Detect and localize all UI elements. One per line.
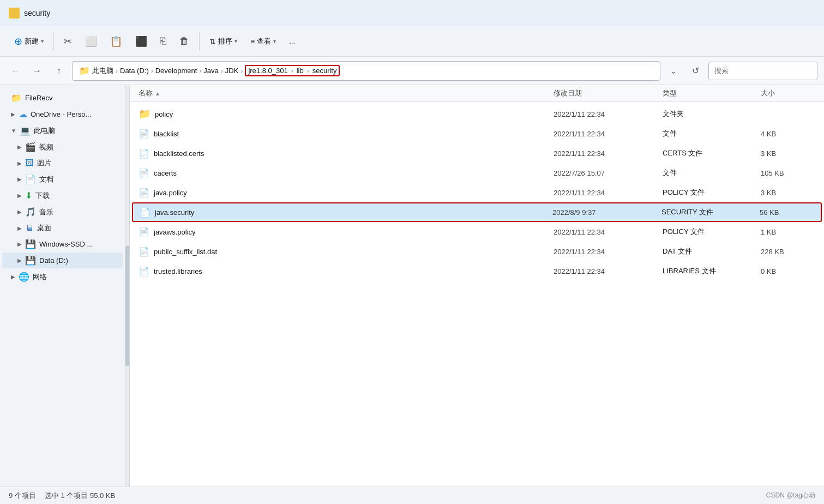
sidebar-item-thispc[interactable]: ▼ 💻 此电脑	[2, 123, 123, 139]
file-row-javaws-policy[interactable]: 📄 javaws.policy 2022/1/11 22:34 POLICY 文…	[130, 222, 824, 242]
more-button[interactable]: ...	[284, 34, 300, 49]
sidebar-item-network[interactable]: ▶ 🌐 网络	[2, 269, 123, 285]
file-row-blacklist[interactable]: 📄 blacklist 2022/1/11 22:34 文件 4 KB	[130, 124, 824, 143]
sidebar-item-data-d[interactable]: ▶ 💾 Data (D:)	[2, 253, 123, 268]
refresh-button[interactable]: ↺	[687, 62, 704, 80]
paste-icon: 📋	[110, 35, 122, 47]
col-type-header[interactable]: 类型	[663, 88, 761, 98]
sidebar-item-desktop[interactable]: ▶ 🖥 桌面	[2, 220, 123, 236]
sidebar-label-thispc: 此电脑	[34, 126, 55, 136]
search-input[interactable]	[708, 62, 817, 80]
col-name-header[interactable]: 名称 ▲	[139, 88, 554, 98]
sidebar-label-downloads: 下载	[35, 191, 50, 201]
status-selected: 选中 1 个项目 55.0 KB	[45, 491, 115, 501]
sidebar-item-videos[interactable]: ▶ 🎬 视频	[2, 139, 123, 155]
address-folder-icon: 📁	[79, 65, 90, 76]
pictures-icon: 🖼	[25, 158, 34, 168]
col-date-header[interactable]: 修改日期	[554, 88, 663, 98]
file-row-public-suffix-list[interactable]: 📄 public_suffix_list.dat 2022/1/11 22:34…	[130, 242, 824, 261]
sort-up-icon: ▲	[155, 91, 160, 97]
file-row-policy[interactable]: 📁 policy 2022/1/11 22:34 文件夹	[130, 104, 824, 124]
col-date-label: 修改日期	[554, 88, 582, 98]
file-row-trusted-libraries[interactable]: 📄 trusted.libraries 2022/1/11 22:34 LIBR…	[130, 261, 824, 281]
back-button[interactable]: ←	[7, 62, 24, 80]
share-button[interactable]: ⎗	[155, 32, 172, 50]
toolbar-separator-2	[199, 33, 200, 50]
address-bar[interactable]: 📁 此电脑 › Data (D:) › Development › Java ›…	[72, 61, 660, 81]
sidebar-scrollbar[interactable]	[125, 85, 130, 487]
copy-icon: ⬜	[85, 35, 97, 47]
sort-chevron-icon: ▾	[234, 38, 237, 44]
view-icon: ≡	[250, 37, 255, 46]
file-row-blacklisted-certs[interactable]: 📄 blacklisted.certs 2022/1/11 22:34 CERT…	[130, 143, 824, 163]
copy-button[interactable]: ⬜	[80, 32, 103, 51]
desktop-icon: 🖥	[25, 223, 34, 233]
cut-icon: ✂	[64, 35, 72, 47]
onedrive-chevron-icon: ▶	[11, 111, 15, 117]
file-list: 📁 policy 2022/1/11 22:34 文件夹 📄 blacklist…	[130, 102, 824, 487]
move-icon: ⬛	[135, 35, 147, 47]
sidebar-item-documents[interactable]: ▶ 📄 文档	[2, 171, 123, 187]
thispc-chevron-icon: ▼	[11, 128, 16, 134]
new-icon: ⊕	[14, 35, 22, 47]
data-d-chevron-icon: ▶	[17, 257, 22, 263]
file-name-javaws-policy: 📄 javaws.policy	[139, 227, 554, 237]
toolbar: ⊕ 新建 ▾ ✂ ⬜ 📋 ⬛ ⎗ 🗑 ⇅ 排序 ▾ ≡ 查看 ▾ ...	[0, 26, 824, 57]
view-chevron-icon: ▾	[273, 38, 276, 44]
sort-button[interactable]: ⇅ 排序 ▾	[204, 33, 243, 50]
sort-icon: ⇅	[209, 37, 216, 46]
path-sep-4: ›	[221, 67, 223, 75]
col-size-header[interactable]: 大小	[761, 88, 815, 98]
path-highlighted-section: jre1.8.0_301 › lib › security	[245, 65, 340, 76]
view-button[interactable]: ≡ 查看 ▾	[245, 33, 281, 50]
cut-button[interactable]: ✂	[58, 32, 77, 51]
sidebar-item-onedrive[interactable]: ▶ ☁ OneDrive - Perso...	[2, 106, 123, 122]
share-icon: ⎗	[160, 35, 166, 47]
path-java: Java	[203, 67, 218, 75]
new-button[interactable]: ⊕ 新建 ▾	[9, 32, 49, 51]
videos-icon: 🎬	[25, 142, 36, 152]
sidebar-item-downloads[interactable]: ▶ ⬇ 下载	[2, 188, 123, 203]
path-sep-2: ›	[151, 67, 153, 75]
path-sep-5: ›	[240, 67, 243, 75]
network-icon: 🌐	[19, 272, 29, 282]
sidebar-label-desktop: 桌面	[37, 223, 51, 233]
filerecv-icon: 📁	[11, 93, 22, 103]
doc-icon-java-policy: 📄	[139, 188, 149, 198]
doc-icon-javaws-policy: 📄	[139, 227, 149, 237]
pictures-chevron-icon: ▶	[17, 160, 22, 166]
doc-icon-public-suffix-list: 📄	[139, 247, 149, 257]
file-row-java-security[interactable]: 📄 java.security 2022/8/9 9:37 SECURITY 文…	[132, 202, 822, 222]
forward-button[interactable]: →	[28, 62, 46, 80]
path-lib: lib	[297, 67, 304, 75]
sidebar-label-pictures: 图片	[37, 158, 51, 168]
status-left: 9 个项目 选中 1 个项目 55.0 KB	[9, 491, 115, 501]
up-button[interactable]: ↑	[50, 62, 68, 80]
desktop-chevron-icon: ▶	[17, 225, 22, 231]
documents-chevron-icon: ▶	[17, 176, 22, 182]
sidebar-label-documents: 文档	[39, 175, 53, 184]
folder-icon-policy: 📁	[139, 108, 151, 120]
file-row-java-policy[interactable]: 📄 java.policy 2022/1/11 22:34 POLICY 文件 …	[130, 183, 824, 202]
sidebar-item-filerecv[interactable]: 📁 FileRecv	[2, 90, 123, 106]
status-bar: 9 个项目 选中 1 个项目 55.0 KB CSDN @tag心动	[0, 487, 824, 504]
path-sep-7: ›	[307, 67, 309, 75]
address-dropdown-button[interactable]: ⌄	[665, 62, 682, 80]
windows-ssd-chevron-icon: ▶	[17, 241, 22, 247]
path-sep-6: ›	[291, 67, 293, 75]
music-chevron-icon: ▶	[17, 209, 22, 215]
paste-button[interactable]: 📋	[105, 32, 128, 51]
file-row-cacerts[interactable]: 📄 cacerts 2022/7/26 15:07 文件 105 KB	[130, 163, 824, 183]
doc-icon-blacklisted-certs: 📄	[139, 148, 149, 159]
path-jre: jre1.8.0_301	[248, 67, 287, 75]
path-security: security	[312, 67, 337, 75]
sidebar-item-pictures[interactable]: ▶ 🖼 图片	[2, 155, 123, 171]
sidebar-label-music: 音乐	[39, 207, 53, 217]
sidebar-label-data-d: Data (D:)	[39, 256, 68, 265]
sidebar-item-music[interactable]: ▶ 🎵 音乐	[2, 204, 123, 220]
sidebar-item-windows-ssd[interactable]: ▶ 💾 Windows-SSD ...	[2, 236, 123, 252]
doc-icon-blacklist: 📄	[139, 129, 149, 139]
move-button[interactable]: ⬛	[130, 32, 153, 51]
delete-button[interactable]: 🗑	[174, 32, 195, 50]
windows-ssd-icon: 💾	[25, 239, 36, 249]
